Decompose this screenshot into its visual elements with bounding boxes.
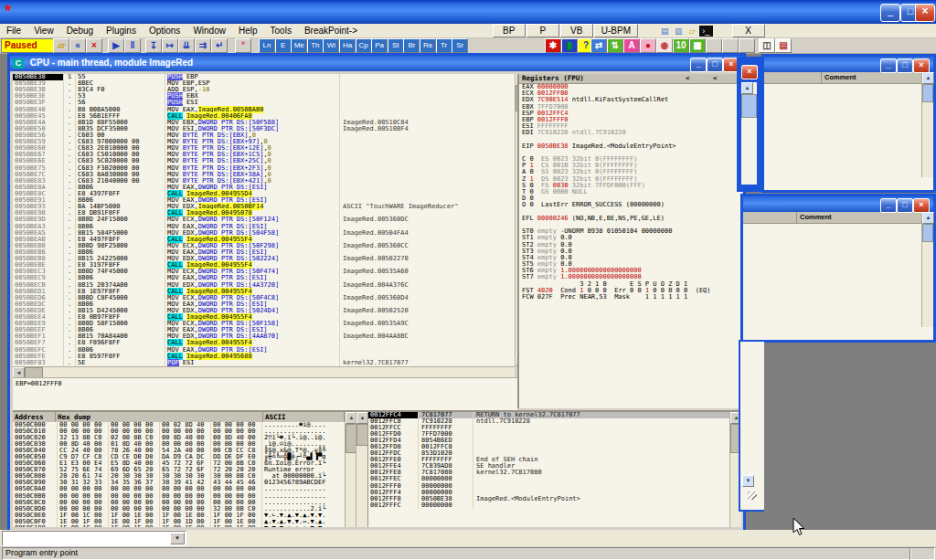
- toolbar-letter-button-me[interactable]: Me: [291, 38, 307, 53]
- appearance-icon[interactable]: ▮: [561, 38, 578, 53]
- scroll-up-icon[interactable]: ▲: [741, 82, 753, 94]
- folder-icon[interactable]: ▱: [686, 26, 699, 37]
- cpu-maximize-button[interactable]: □: [707, 58, 723, 72]
- register-line[interactable]: T 0 GS 0000 NULL: [519, 189, 742, 195]
- animate-into-icon[interactable]: ⇊: [178, 38, 195, 53]
- toolbar-blank-button[interactable]: [706, 38, 722, 53]
- splat-icon[interactable]: *: [235, 38, 251, 53]
- comment-window-2-titlebar[interactable]: _ □ ×: [743, 196, 933, 212]
- ascii-a-icon[interactable]: A: [623, 38, 640, 53]
- menu-button-u-bpm[interactable]: U-BPM: [594, 24, 638, 37]
- minimize-button[interactable]: _: [880, 4, 900, 22]
- open-file-icon[interactable]: ▱: [53, 38, 69, 53]
- dump-row[interactable]: 0050C1001F 00 1F 001F 00 1E 001E 00 1E 0…: [13, 525, 345, 527]
- comment-2-maximize-button[interactable]: □: [897, 198, 913, 213]
- toolbar-letter-button-ln[interactable]: Ln: [259, 38, 275, 53]
- comment-2-scrollbar[interactable]: ▲: [921, 212, 933, 327]
- notepad-icon[interactable]: ▤: [658, 26, 672, 37]
- disassembly-pane[interactable]: 0050BE38$55PUSH EBP0050BE39.8BECMOV EBP,…: [13, 74, 515, 366]
- close-button[interactable]: ×: [915, 4, 935, 22]
- menu-item-breakpoint[interactable]: BreakPoint->: [298, 25, 364, 37]
- registers-pane[interactable]: Registers (FPU) < < EAX 00000000ECX 0012…: [517, 74, 742, 408]
- menu-button-vb[interactable]: VB: [560, 24, 593, 37]
- combobox-dropdown-icon[interactable]: ▼: [170, 533, 185, 544]
- disasm-row[interactable]: 0050BE3E.53PUSH EBX: [13, 93, 515, 100]
- book-icon[interactable]: ▥: [672, 26, 686, 37]
- comment-2-minimize-button[interactable]: _: [880, 198, 897, 213]
- register-line[interactable]: EIP 0050BE38 ImageRed.<ModuleEntryPoint>: [519, 143, 742, 150]
- resize-grip[interactable]: [748, 491, 757, 500]
- toolbar-blank-button[interactable]: [722, 38, 739, 53]
- menu-item-plugins[interactable]: Plugins: [100, 25, 143, 37]
- menu-close-x-button[interactable]: X: [732, 24, 765, 37]
- execute-till-return-icon[interactable]: ↵: [211, 38, 228, 53]
- menu-item-debug[interactable]: Debug: [60, 25, 100, 37]
- registers-header-arrow[interactable]: <: [713, 74, 718, 83]
- disasm-row[interactable]: 0050BF03.5EPOP ESIkernel32.7C817077: [13, 360, 515, 366]
- scroll-up-icon[interactable]: ▲: [922, 72, 934, 84]
- menu-button-p[interactable]: P: [526, 24, 559, 37]
- spiral-icon[interactable]: ◉: [656, 38, 673, 53]
- sort-icon[interactable]: ⇅: [607, 38, 623, 53]
- toolbar-letter-button-th[interactable]: Th: [307, 38, 324, 53]
- toolbar-letter-button-pa[interactable]: Pa: [371, 38, 388, 53]
- console-icon[interactable]: ›_: [699, 26, 713, 37]
- swap-panes-icon[interactable]: ⇄: [590, 38, 607, 53]
- hidden-window-close-button[interactable]: ×: [741, 65, 758, 79]
- animate-over-icon[interactable]: ⇉: [195, 38, 211, 53]
- layout-rows-icon[interactable]: ▤: [775, 38, 792, 53]
- menu-button-bp[interactable]: BP: [493, 24, 526, 37]
- register-line[interactable]: O 0 LastErr ERROR_SUCCESS (00000000): [519, 202, 742, 208]
- comment-column-header[interactable]: Comment: [797, 212, 921, 223]
- toolbar-letter-button-tr[interactable]: Tr: [436, 38, 452, 53]
- toolbar-letter-button-sr[interactable]: Sr: [452, 38, 468, 53]
- register-line[interactable]: EDI 7C910228 ntdll.7C910228: [519, 130, 742, 136]
- comment-1-scrollbar[interactable]: ▲: [921, 72, 933, 177]
- toolbar-letter-button-ha[interactable]: Ha: [339, 38, 356, 53]
- comment-column-header[interactable]: Comment: [822, 72, 921, 83]
- cpu-minimize-button[interactable]: _: [690, 58, 707, 72]
- pause-icon[interactable]: ‖: [124, 38, 141, 53]
- numbers-icon[interactable]: 10: [673, 38, 689, 53]
- scroll-thumb[interactable]: [741, 94, 757, 118]
- run-icon[interactable]: ▶: [108, 38, 124, 53]
- menu-item-file[interactable]: File: [0, 25, 27, 37]
- toolbar-letter-button-st[interactable]: St: [388, 38, 404, 53]
- toolbar-letter-button-e[interactable]: E: [275, 38, 292, 53]
- toolbar-letter-button-wi[interactable]: Wi: [323, 38, 339, 53]
- comment-1-close-button[interactable]: ×: [913, 58, 930, 73]
- disasm-row[interactable]: 0050BEFE.E8 8597F8FFCALL ImageRed.004956…: [13, 354, 515, 360]
- comment-window-2-header[interactable]: Comment ▲: [743, 212, 933, 224]
- restart-icon[interactable]: «: [69, 38, 86, 53]
- register-line[interactable]: EFL 00000246 (NO,NB,E,BE,NS,PE,GE,LE): [519, 216, 742, 222]
- registers-header-arrow[interactable]: <: [686, 74, 690, 83]
- comment-window-1-header[interactable]: Comment ▲: [764, 72, 933, 84]
- close-program-icon[interactable]: ×: [86, 38, 102, 53]
- options-gear-icon[interactable]: ✱: [545, 38, 561, 53]
- window-grid-icon[interactable]: ▦: [689, 38, 706, 53]
- scroll-thumb[interactable]: [922, 84, 933, 102]
- stack-row[interactable]: 0012FFFC00000000: [368, 502, 730, 509]
- scroll-up-icon[interactable]: ▲: [922, 212, 934, 224]
- stack-pane[interactable]: 0012FFC47C817077RETURN to kernel32.7C817…: [367, 410, 730, 527]
- comment-1-maximize-button[interactable]: □: [897, 58, 913, 73]
- menu-item-view[interactable]: View: [27, 25, 60, 37]
- register-line[interactable]: FCW 027F Prec NEAR,53 Mask 1 1 1 1 1 1: [519, 294, 742, 301]
- toolbar-blank-button[interactable]: [739, 38, 755, 53]
- dump-pane[interactable]: Address Hex dump ASCII 0050C00000 00 00 …: [13, 410, 345, 527]
- cpu-window-titlebar[interactable]: C CPU - main thread, module ImageRed _ □…: [10, 56, 743, 71]
- breakpoint-ball-icon[interactable]: ●: [640, 38, 656, 53]
- unnamed-column-header[interactable]: [764, 72, 822, 83]
- unnamed-column-header[interactable]: [743, 212, 797, 223]
- menu-item-window[interactable]: Window: [186, 25, 232, 37]
- comment-window-1-titlebar[interactable]: _ □ ×: [764, 57, 933, 72]
- step-over-icon[interactable]: ↦: [162, 38, 178, 53]
- layout-columns-icon[interactable]: ◫: [759, 38, 775, 53]
- scroll-down-icon[interactable]: ▼: [742, 475, 754, 487]
- step-into-icon[interactable]: ↧: [145, 38, 162, 53]
- menu-item-tools[interactable]: Tools: [264, 25, 298, 37]
- comment-2-close-button[interactable]: ×: [913, 198, 930, 213]
- disasm-row[interactable]: 0050BE3B.83C4 F0ADD ESP,-10: [13, 87, 515, 93]
- toolbar-letter-button-re[interactable]: Re: [420, 38, 436, 53]
- comment-1-minimize-button[interactable]: _: [880, 58, 897, 73]
